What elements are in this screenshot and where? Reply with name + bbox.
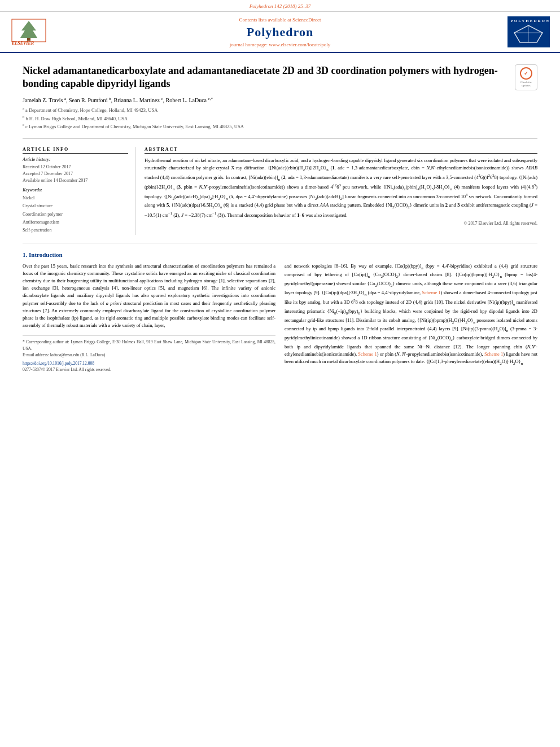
article-title: Nickel adamantanedicarboxylate and adama… — [23, 64, 537, 91]
article-info-label: ARTICLE INFO — [23, 147, 128, 154]
svg-text:ELSEVIER: ELSEVIER — [11, 41, 34, 46]
keywords-label: Keywords: — [23, 187, 128, 193]
check-for-updates-badge[interactable]: ✓ Check forupdates — [515, 64, 537, 90]
footnotes-area: * Corresponding author at: Lyman Briggs … — [23, 335, 275, 373]
abstract-text: Hydrothermal reaction of nickel nitrate,… — [145, 157, 537, 219]
both-text: both — [285, 344, 293, 350]
keyword-3: Coordination polymer — [23, 211, 128, 219]
affiliation-a: a a Department of Chemistry, Hope Colleg… — [23, 106, 537, 114]
abstract-label: ABSTRACT — [145, 147, 537, 154]
scheme1-link-2[interactable]: Scheme 1 — [358, 351, 377, 357]
intro-right-col: and network topologies [8–16]. By way of… — [285, 263, 537, 373]
doi-link[interactable]: https://doi.org/10.1016/j.poly.2017.12.0… — [23, 361, 94, 366]
polyhedron-logo-box: POLYHEDRON — [508, 16, 550, 47]
intro-columns: Over the past 15 years, basic research i… — [23, 263, 537, 373]
section-divider — [23, 138, 537, 139]
scheme1-link-3[interactable]: Scheme 1 — [484, 351, 503, 357]
journal-header-center: Contents lists available at ScienceDirec… — [60, 16, 500, 47]
history-label: Article history: — [23, 157, 128, 162]
article-info-column: ARTICLE INFO Article history: Received 1… — [23, 147, 135, 235]
introduction-section: 1. Introduction Over the past 15 years, … — [0, 251, 560, 373]
keyword-4: Antiferromagnetism — [23, 219, 128, 226]
volume-text: Polyhedron 142 (2018) 25–37 — [250, 3, 310, 9]
corresponding-author-note: * Corresponding author at: Lyman Briggs … — [23, 339, 275, 352]
keyword-5: Self-penetration — [23, 226, 128, 234]
keyword-2: Crystal structure — [23, 202, 128, 210]
sciencedirect-note: Contents lists available at ScienceDirec… — [239, 17, 321, 23]
article-info-abstract-columns: ARTICLE INFO Article history: Received 1… — [23, 147, 537, 235]
received-date: Received 12 October 2017 — [23, 164, 128, 171]
copyright-notice: © 2017 Elsevier Ltd. All rights reserved… — [145, 221, 537, 226]
elsevier-logo-area: ELSEVIER — [9, 16, 54, 47]
article-main: ✓ Check forupdates Nickel adamantanedica… — [0, 53, 560, 243]
accepted-date: Accepted 7 December 2017 — [23, 171, 128, 177]
abstract-column: ABSTRACT Hydrothermal reaction of nickel… — [145, 147, 537, 235]
elsevier-tree-icon: ELSEVIER — [9, 16, 49, 47]
affiliation-b: b b H. H. Dow High School, Midland, MI 4… — [23, 114, 537, 123]
journal-homepage: journal homepage: www.elsevier.com/locat… — [230, 42, 330, 47]
affiliations: a a Department of Chemistry, Hope Colleg… — [23, 106, 537, 130]
intro-heading: 1. Introduction — [23, 251, 537, 258]
affiliation-c: c c Lyman Briggs College and Department … — [23, 122, 537, 130]
available-online-date: Available online 14 December 2017 — [23, 177, 128, 184]
authors-line: Jamelah Z. Travis a, Sean R. Pumford b, … — [23, 97, 537, 103]
sciencedirect-link[interactable]: ScienceDirect — [292, 17, 321, 23]
section-divider-2 — [23, 243, 537, 243]
keyword-1: Nickel — [23, 194, 128, 202]
journal-volume-info: Polyhedron 142 (2018) 25–37 — [0, 0, 560, 12]
journal-header: ELSEVIER Contents lists available at Sci… — [0, 12, 560, 53]
polyhedron-shape-icon — [511, 24, 545, 44]
journal-name: Polyhedron — [247, 25, 313, 40]
issn-note: 0277-5387/© 2017 Elsevier Ltd. All right… — [23, 366, 275, 373]
journal-logo-right: POLYHEDRON — [506, 16, 551, 47]
homepage-url[interactable]: www.elsevier.com/locate/poly — [269, 42, 330, 47]
email-note: E-mail address: laduca@msu.edu (R.L. LaD… — [23, 352, 275, 358]
scheme1-link[interactable]: Scheme 1 — [422, 290, 440, 295]
intro-left-col: Over the past 15 years, basic research i… — [23, 263, 275, 373]
keywords-list: Nickel Crystal structure Coordination po… — [23, 194, 128, 235]
